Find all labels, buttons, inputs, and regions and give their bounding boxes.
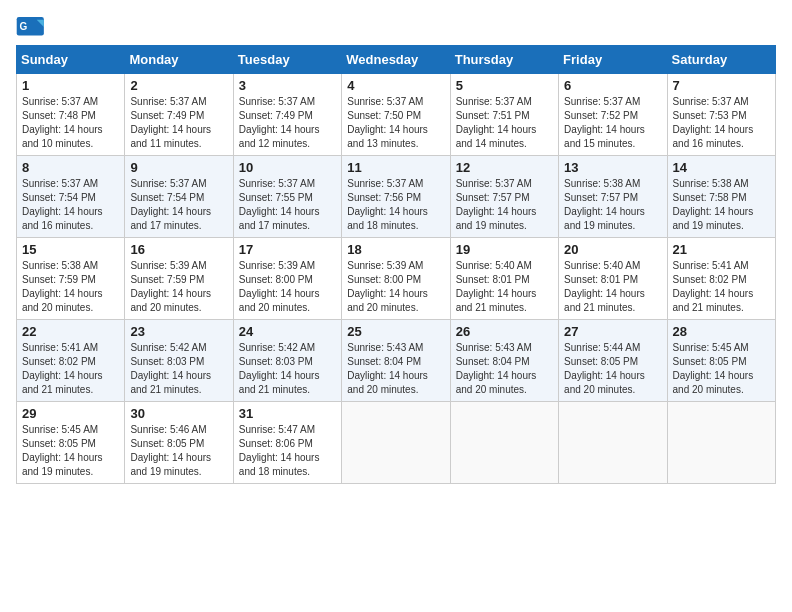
- calendar-cell: 4 Sunrise: 5:37 AMSunset: 7:50 PMDayligh…: [342, 74, 450, 156]
- calendar-cell: 30 Sunrise: 5:46 AMSunset: 8:05 PMDaylig…: [125, 402, 233, 484]
- calendar-body: 1 Sunrise: 5:37 AMSunset: 7:48 PMDayligh…: [17, 74, 776, 484]
- day-number: 31: [239, 406, 336, 421]
- logo-icon: G: [16, 17, 46, 37]
- day-number: 20: [564, 242, 661, 257]
- day-info: Sunrise: 5:37 AMSunset: 7:56 PMDaylight:…: [347, 178, 428, 231]
- calendar-cell: 16 Sunrise: 5:39 AMSunset: 7:59 PMDaylig…: [125, 238, 233, 320]
- day-info: Sunrise: 5:37 AMSunset: 7:52 PMDaylight:…: [564, 96, 645, 149]
- calendar-cell: 6 Sunrise: 5:37 AMSunset: 7:52 PMDayligh…: [559, 74, 667, 156]
- day-info: Sunrise: 5:46 AMSunset: 8:05 PMDaylight:…: [130, 424, 211, 477]
- day-number: 18: [347, 242, 444, 257]
- day-info: Sunrise: 5:37 AMSunset: 7:54 PMDaylight:…: [130, 178, 211, 231]
- calendar-cell: 12 Sunrise: 5:37 AMSunset: 7:57 PMDaylig…: [450, 156, 558, 238]
- day-number: 1: [22, 78, 119, 93]
- day-number: 24: [239, 324, 336, 339]
- day-info: Sunrise: 5:37 AMSunset: 7:54 PMDaylight:…: [22, 178, 103, 231]
- day-info: Sunrise: 5:37 AMSunset: 7:53 PMDaylight:…: [673, 96, 754, 149]
- day-info: Sunrise: 5:41 AMSunset: 8:02 PMDaylight:…: [22, 342, 103, 395]
- header-day-saturday: Saturday: [667, 46, 775, 74]
- day-info: Sunrise: 5:38 AMSunset: 7:58 PMDaylight:…: [673, 178, 754, 231]
- day-info: Sunrise: 5:37 AMSunset: 7:49 PMDaylight:…: [130, 96, 211, 149]
- calendar-cell: 20 Sunrise: 5:40 AMSunset: 8:01 PMDaylig…: [559, 238, 667, 320]
- calendar-cell: 31 Sunrise: 5:47 AMSunset: 8:06 PMDaylig…: [233, 402, 341, 484]
- day-info: Sunrise: 5:47 AMSunset: 8:06 PMDaylight:…: [239, 424, 320, 477]
- calendar-cell: 29 Sunrise: 5:45 AMSunset: 8:05 PMDaylig…: [17, 402, 125, 484]
- day-info: Sunrise: 5:40 AMSunset: 8:01 PMDaylight:…: [564, 260, 645, 313]
- header-day-tuesday: Tuesday: [233, 46, 341, 74]
- calendar-cell: 1 Sunrise: 5:37 AMSunset: 7:48 PMDayligh…: [17, 74, 125, 156]
- calendar-cell: 26 Sunrise: 5:43 AMSunset: 8:04 PMDaylig…: [450, 320, 558, 402]
- calendar-cell: 10 Sunrise: 5:37 AMSunset: 7:55 PMDaylig…: [233, 156, 341, 238]
- day-info: Sunrise: 5:39 AMSunset: 8:00 PMDaylight:…: [347, 260, 428, 313]
- day-info: Sunrise: 5:45 AMSunset: 8:05 PMDaylight:…: [22, 424, 103, 477]
- day-info: Sunrise: 5:37 AMSunset: 7:57 PMDaylight:…: [456, 178, 537, 231]
- day-number: 11: [347, 160, 444, 175]
- day-number: 3: [239, 78, 336, 93]
- day-info: Sunrise: 5:38 AMSunset: 7:57 PMDaylight:…: [564, 178, 645, 231]
- calendar-cell: [667, 402, 775, 484]
- day-number: 14: [673, 160, 770, 175]
- day-number: 22: [22, 324, 119, 339]
- week-row-1: 1 Sunrise: 5:37 AMSunset: 7:48 PMDayligh…: [17, 74, 776, 156]
- day-info: Sunrise: 5:42 AMSunset: 8:03 PMDaylight:…: [130, 342, 211, 395]
- calendar-cell: 17 Sunrise: 5:39 AMSunset: 8:00 PMDaylig…: [233, 238, 341, 320]
- day-info: Sunrise: 5:41 AMSunset: 8:02 PMDaylight:…: [673, 260, 754, 313]
- calendar-cell: 11 Sunrise: 5:37 AMSunset: 7:56 PMDaylig…: [342, 156, 450, 238]
- calendar-cell: 19 Sunrise: 5:40 AMSunset: 8:01 PMDaylig…: [450, 238, 558, 320]
- week-row-4: 22 Sunrise: 5:41 AMSunset: 8:02 PMDaylig…: [17, 320, 776, 402]
- week-row-3: 15 Sunrise: 5:38 AMSunset: 7:59 PMDaylig…: [17, 238, 776, 320]
- svg-text:G: G: [20, 20, 28, 31]
- day-number: 23: [130, 324, 227, 339]
- header-day-thursday: Thursday: [450, 46, 558, 74]
- day-number: 2: [130, 78, 227, 93]
- day-info: Sunrise: 5:39 AMSunset: 7:59 PMDaylight:…: [130, 260, 211, 313]
- header-day-sunday: Sunday: [17, 46, 125, 74]
- calendar-cell: 2 Sunrise: 5:37 AMSunset: 7:49 PMDayligh…: [125, 74, 233, 156]
- week-row-5: 29 Sunrise: 5:45 AMSunset: 8:05 PMDaylig…: [17, 402, 776, 484]
- day-number: 10: [239, 160, 336, 175]
- calendar-cell: [342, 402, 450, 484]
- calendar-cell: 21 Sunrise: 5:41 AMSunset: 8:02 PMDaylig…: [667, 238, 775, 320]
- day-info: Sunrise: 5:38 AMSunset: 7:59 PMDaylight:…: [22, 260, 103, 313]
- day-info: Sunrise: 5:43 AMSunset: 8:04 PMDaylight:…: [347, 342, 428, 395]
- day-number: 30: [130, 406, 227, 421]
- calendar-cell: 3 Sunrise: 5:37 AMSunset: 7:49 PMDayligh…: [233, 74, 341, 156]
- day-number: 26: [456, 324, 553, 339]
- day-number: 7: [673, 78, 770, 93]
- day-number: 25: [347, 324, 444, 339]
- calendar-cell: 13 Sunrise: 5:38 AMSunset: 7:57 PMDaylig…: [559, 156, 667, 238]
- calendar-cell: 8 Sunrise: 5:37 AMSunset: 7:54 PMDayligh…: [17, 156, 125, 238]
- calendar-cell: 5 Sunrise: 5:37 AMSunset: 7:51 PMDayligh…: [450, 74, 558, 156]
- day-info: Sunrise: 5:37 AMSunset: 7:50 PMDaylight:…: [347, 96, 428, 149]
- day-number: 6: [564, 78, 661, 93]
- day-number: 5: [456, 78, 553, 93]
- calendar-cell: 23 Sunrise: 5:42 AMSunset: 8:03 PMDaylig…: [125, 320, 233, 402]
- day-info: Sunrise: 5:37 AMSunset: 7:48 PMDaylight:…: [22, 96, 103, 149]
- calendar-cell: 28 Sunrise: 5:45 AMSunset: 8:05 PMDaylig…: [667, 320, 775, 402]
- day-number: 16: [130, 242, 227, 257]
- day-number: 17: [239, 242, 336, 257]
- day-number: 27: [564, 324, 661, 339]
- day-number: 4: [347, 78, 444, 93]
- day-info: Sunrise: 5:37 AMSunset: 7:55 PMDaylight:…: [239, 178, 320, 231]
- calendar-cell: 7 Sunrise: 5:37 AMSunset: 7:53 PMDayligh…: [667, 74, 775, 156]
- calendar-cell: 27 Sunrise: 5:44 AMSunset: 8:05 PMDaylig…: [559, 320, 667, 402]
- header-row: SundayMondayTuesdayWednesdayThursdayFrid…: [17, 46, 776, 74]
- calendar-cell: 18 Sunrise: 5:39 AMSunset: 8:00 PMDaylig…: [342, 238, 450, 320]
- calendar-header: SundayMondayTuesdayWednesdayThursdayFrid…: [17, 46, 776, 74]
- day-info: Sunrise: 5:40 AMSunset: 8:01 PMDaylight:…: [456, 260, 537, 313]
- day-info: Sunrise: 5:37 AMSunset: 7:49 PMDaylight:…: [239, 96, 320, 149]
- week-row-2: 8 Sunrise: 5:37 AMSunset: 7:54 PMDayligh…: [17, 156, 776, 238]
- day-info: Sunrise: 5:44 AMSunset: 8:05 PMDaylight:…: [564, 342, 645, 395]
- calendar-cell: [450, 402, 558, 484]
- day-number: 28: [673, 324, 770, 339]
- day-number: 8: [22, 160, 119, 175]
- day-info: Sunrise: 5:45 AMSunset: 8:05 PMDaylight:…: [673, 342, 754, 395]
- day-number: 21: [673, 242, 770, 257]
- day-number: 15: [22, 242, 119, 257]
- day-info: Sunrise: 5:39 AMSunset: 8:00 PMDaylight:…: [239, 260, 320, 313]
- calendar-cell: 25 Sunrise: 5:43 AMSunset: 8:04 PMDaylig…: [342, 320, 450, 402]
- day-info: Sunrise: 5:43 AMSunset: 8:04 PMDaylight:…: [456, 342, 537, 395]
- calendar-cell: 14 Sunrise: 5:38 AMSunset: 7:58 PMDaylig…: [667, 156, 775, 238]
- day-number: 9: [130, 160, 227, 175]
